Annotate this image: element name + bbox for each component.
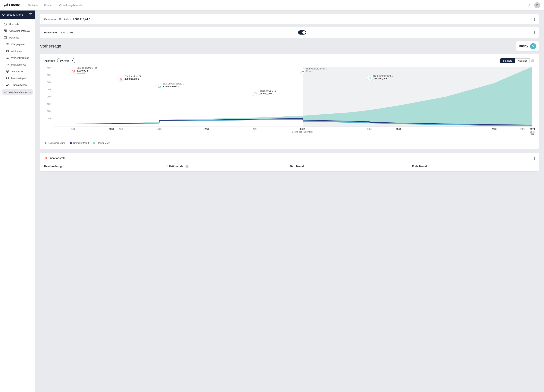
legend-weak: Schwacher Markt [45,142,65,144]
ruhestand-label: Ruhestand [44,31,57,34]
mail-icon[interactable] [29,13,32,16]
chart-plot[interactable]: Boarding School Pia2.000,00 €MonatlichAp… [54,67,532,127]
forecast-chart-panel: Zeitraum 50 Jahre Standard Kaufkraft i 4… [40,54,539,149]
sidenav-nachhaltigkeit[interactable]: Nachhaltigkeit [0,75,35,81]
gesamtwert-text: Gesamtwert Der Aktiva: 1.689.210,44 € [44,18,90,21]
sidenav-wohlstand[interactable]: Wohlstandsprognose [1,89,33,95]
svg-rect-0 [4,30,5,31]
legend-strong: Starker Markt [93,142,110,144]
info-icon[interactable]: i [186,165,189,168]
sidenav-risiko[interactable]: Risikoanalyse [0,61,35,68]
list-icon [6,43,9,46]
home-icon [4,23,7,26]
chevron-down-icon [534,18,535,21]
svg-point-17 [6,77,9,79]
nav-kunden[interactable]: Kunden [44,4,53,7]
wallet-icon [367,76,373,81]
top-nav: Startseite Kunden Verwaltungsbereich [27,4,82,7]
sidenav-simulation[interactable]: Simulation [0,68,35,75]
table-icon [4,36,7,39]
col-start: Start Monat [290,165,412,168]
y-axis: 40M35M30M25M20M15M10M5M0 [45,67,51,127]
legend-normal: Normaler Markt [70,142,89,144]
x-axis: 202620312035204520572073203020402050Begi… [54,128,532,137]
ruhestand-toggle[interactable] [298,30,306,35]
col-ende: Ende Monat [412,165,535,168]
brand-logo[interactable]: Fincite [4,3,20,7]
expand-gesamtwert[interactable] [534,18,535,21]
cube-icon [6,70,9,73]
grid-icon [4,29,7,32]
leaf-icon [6,77,9,80]
event-label: Ruhestandszahlun...Monatlich [306,67,327,72]
clock-icon [6,50,9,52]
nav-startseite[interactable]: Startseite [27,4,39,7]
event-label: Porsche 911 GTS198.000,00 € [259,90,276,95]
ruhestand-date: 2050-01-01 [60,31,73,34]
chart-area: 40M35M30M25M20M15M10M5M0 Boarding School… [52,67,532,138]
client-name: Second Client [6,13,23,16]
box-icon [71,69,76,74]
ruhestand-panel: Ruhestand 2050-01-01 [40,27,539,38]
event-label: Sale of Real Estate ...1.650.000,00 € [163,82,185,88]
side-nav: Übersicht Aktiva und Passiva Portfolios … [0,19,35,98]
sidenav-wertentwicklung[interactable]: Wertentwicklung [0,54,35,61]
svg-rect-1 [6,30,6,31]
inflation-panel: Inflationsrate Beschreibung Inflationsra… [40,153,539,171]
view-toggle: Standard Kaufkraft i [500,58,534,63]
sidenav-allokation[interactable]: Allokation [0,48,35,54]
inflation-table-header: Beschreibung Inflationsrate i Start Mona… [44,165,535,168]
chart-up-icon [6,63,9,66]
sidenav-wertpapiere[interactable]: Wertpapiere [0,41,35,48]
chevron-down-icon [534,31,535,34]
zeitraum-label: Zeitraum [45,59,55,62]
fire-icon [44,156,47,160]
sidebar: Second Client Übersicht Aktiva und Passi… [0,11,35,392]
event-label: life insurance lum...276.000,00 € [373,75,393,80]
period-select[interactable]: 50 Jahre [57,58,75,63]
client-selector[interactable]: Second Client [0,11,35,19]
nav-verwaltung[interactable]: Verwaltungsbereich [59,4,82,7]
home-icon [157,84,162,89]
info-icon[interactable]: i [531,59,534,62]
swap-icon [6,83,9,86]
gesamtwert-panel[interactable]: Gesamtwert Der Aktiva: 1.689.210,44 € [40,14,539,24]
sidenav-transaktionen[interactable]: Transaktionen [0,81,35,88]
chevron-down-icon [2,13,5,16]
event-label: Boarding School Pia2.000,00 €Monatlich [77,67,97,74]
brand-name: Fincite [9,3,20,7]
expand-ruhestand[interactable] [534,31,535,34]
col-beschreibung: Beschreibung [44,165,167,168]
collapse-inflation[interactable] [534,156,535,159]
view-standard[interactable]: Standard [500,58,515,63]
avatar[interactable]: D [534,2,540,8]
event-marker[interactable]: Sale of Real Estate ...1.650.000,00 € [159,67,160,127]
trend-icon [4,91,7,93]
view-kaufkraft[interactable]: Kaufkraft [515,58,530,63]
svg-rect-2 [4,31,5,32]
event-marker[interactable]: Apartment for Pia i...450.000,00 € [121,67,121,127]
sidenav-portfolios[interactable]: Portfolios [0,34,35,41]
topbar: Fincite Startseite Kunden Verwaltungsber… [0,0,544,11]
sidenav-aktiva[interactable]: Aktiva und Passiva [0,27,35,34]
sliders-icon [6,56,9,59]
svg-rect-3 [6,31,6,32]
sidenav-uebersicht[interactable]: Übersicht [0,21,35,27]
event-label: Apartment for Pia i...450.000,00 € [124,75,145,80]
buddy-button[interactable]: Buddy ✕ [516,41,539,51]
svg-point-21 [255,93,255,94]
svg-rect-4 [4,36,6,39]
svg-point-16 [7,58,7,59]
svg-rect-22 [369,78,371,79]
inflation-title: Inflationsrate [49,156,66,160]
svg-rect-20 [254,93,256,94]
buddy-icon: ✕ [530,43,536,49]
section-title: Vorhersage [40,44,61,49]
col-inflationsrate: Inflationsrate i [167,165,289,168]
event-marker[interactable]: Boarding School Pia2.000,00 €Monatlich [73,67,73,127]
event-marker[interactable]: Ruhestandszahlun...Monatlich [303,67,303,127]
bell-icon[interactable] [527,4,531,7]
cash-icon [252,91,258,96]
svg-point-14 [7,57,7,58]
chart-legend: Schwacher Markt Normaler Markt Starker M… [45,142,534,144]
